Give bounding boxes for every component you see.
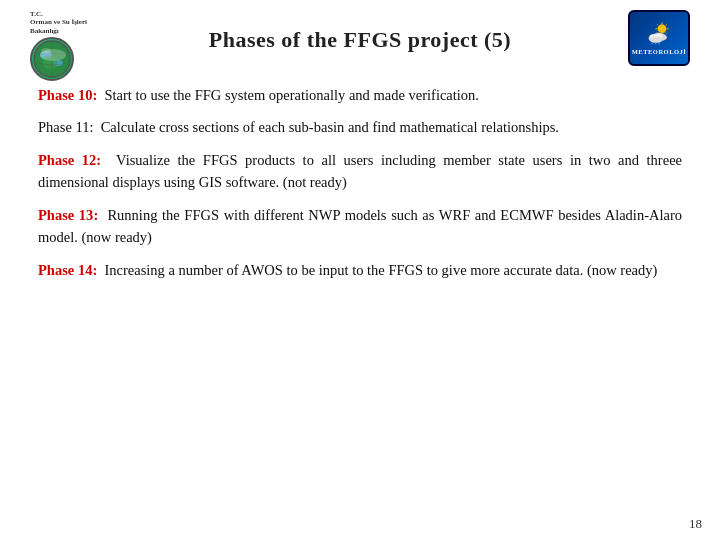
phase-11-label: Phase 11: — [38, 119, 97, 135]
phase-10-label: Phase 10: — [38, 87, 101, 103]
page-number: 18 — [689, 516, 702, 532]
phase-12-block: Phase 12: Visualize the FFGS products to… — [38, 149, 682, 194]
phase-14-block: Phase 14: Increasing a number of AWOS to… — [38, 259, 682, 281]
slide-title: Phases of the FFGS project (5) — [209, 27, 511, 53]
weather-icon — [644, 20, 674, 46]
svg-line-23 — [659, 42, 660, 44]
logo-right: METEOROLOJİ — [620, 10, 690, 70]
meteoroloji-badge: METEOROLOJİ — [628, 10, 690, 66]
phase-13-block: Phase 13: Running the FFGS with differen… — [38, 204, 682, 249]
phase-13-label: Phase 13: — [38, 207, 103, 223]
svg-line-22 — [655, 42, 656, 44]
svg-point-20 — [649, 37, 662, 43]
phase-11-block: Phase 11: Calculate cross sections of ea… — [38, 116, 682, 138]
phase-10-block: Phase 10: Start to use the FFG system op… — [38, 84, 682, 106]
header: T.C. Orman ve Su İşleri Bakanlığı — [30, 10, 690, 70]
logo-left-text: T.C. Orman ve Su İşleri Bakanlığı — [30, 10, 87, 35]
logo-left: T.C. Orman ve Su İşleri Bakanlığı — [30, 10, 100, 70]
globe-icon — [30, 37, 74, 81]
phase-14-label: Phase 14: — [38, 262, 101, 278]
svg-point-6 — [41, 48, 51, 54]
phase-14-text: Increasing a number of AWOS to be input … — [101, 262, 658, 278]
svg-point-1 — [40, 51, 52, 59]
phase-11-text: Calculate cross sections of each sub-bas… — [97, 119, 559, 135]
svg-line-14 — [666, 24, 667, 25]
svg-line-21 — [652, 42, 653, 44]
slide: T.C. Orman ve Su İşleri Bakanlığı — [0, 0, 720, 540]
phase-13-text: Running the FFGS with different NWP mode… — [38, 207, 682, 245]
phase-12-label: Phase 12: — [38, 152, 109, 168]
meteoroloji-label: METEOROLOJİ — [632, 48, 687, 56]
phase-12-text: Visualize the FFGS products to all users… — [38, 152, 682, 190]
globe-svg — [32, 39, 72, 79]
svg-line-12 — [657, 24, 658, 25]
svg-point-7 — [658, 25, 666, 33]
svg-line-13 — [666, 32, 667, 33]
content-area: Phase 10: Start to use the FFG system op… — [30, 84, 690, 281]
phase-10-text: Start to use the FFG system operationall… — [101, 87, 479, 103]
